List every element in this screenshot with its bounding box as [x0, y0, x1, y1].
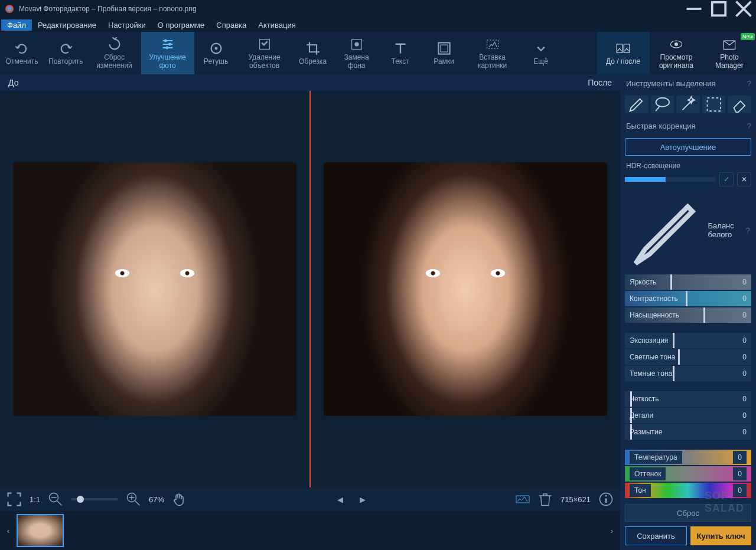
tool-undo[interactable]: Отменить: [0, 32, 44, 74]
slider-Экспозиция[interactable]: Экспозиция0: [625, 333, 751, 348]
tool-retouch[interactable]: Ретушь: [194, 32, 238, 74]
trash-icon[interactable]: [538, 492, 552, 506]
svg-point-33: [656, 98, 669, 107]
filmstrip-next[interactable]: ›: [606, 513, 618, 548]
redo-icon: [58, 41, 73, 55]
retouch-icon: [209, 41, 223, 55]
menu-о программе[interactable]: О программе: [152, 19, 211, 31]
help-icon[interactable]: ?: [747, 122, 751, 130]
tool-more[interactable]: Ещё: [519, 32, 563, 74]
tool-redo[interactable]: Повторить: [44, 32, 88, 74]
fullscreen-icon[interactable]: [7, 492, 21, 506]
view-orig-icon: [669, 37, 683, 51]
hdr-cancel-icon[interactable]: ✕: [737, 172, 751, 186]
tool-bg[interactable]: Замена фона: [335, 32, 379, 74]
new-badge: New: [741, 33, 755, 40]
info-icon[interactable]: [599, 492, 613, 506]
tool-view-orig[interactable]: Просмотр оригинала: [650, 32, 703, 74]
slider-Контрастность[interactable]: Контрастность0: [625, 291, 751, 306]
text-icon: [393, 41, 408, 55]
before-image: [13, 162, 296, 416]
scale-1-1[interactable]: 1:1: [30, 495, 40, 504]
maximize-button[interactable]: [706, 0, 731, 18]
tool-text[interactable]: Текст: [379, 32, 422, 74]
viewport[interactable]: [0, 91, 620, 487]
next-icon[interactable]: ▶: [356, 492, 370, 506]
slider-Светлые тона[interactable]: Светлые тона0: [625, 349, 751, 365]
slider-Детали[interactable]: Детали0: [625, 408, 751, 423]
photo-mgr-icon: [722, 37, 737, 51]
quick-correction-header: Быстрая коррекция?: [620, 117, 756, 135]
svg-point-20: [674, 42, 678, 46]
slider-Насыщенность[interactable]: Насыщенность0: [625, 307, 751, 323]
help-icon[interactable]: ?: [746, 226, 750, 235]
tool-before-after[interactable]: До / после: [597, 32, 650, 74]
svg-rect-3: [712, 2, 726, 16]
selection-tools-header: Инструменты выделения?: [620, 74, 756, 92]
svg-point-13: [354, 42, 359, 47]
minimize-button[interactable]: [682, 0, 706, 18]
menu-настройки[interactable]: Настройки: [102, 19, 152, 31]
help-icon[interactable]: ?: [747, 79, 751, 88]
hdr-label: HDR-освещение: [620, 159, 756, 170]
color-slider-hue[interactable]: Тон0: [625, 483, 751, 498]
menubar: ФайлРедактированиеНастройкиО программеСп…: [0, 18, 756, 32]
hdr-slider[interactable]: [625, 177, 716, 182]
buy-key-button[interactable]: Купить ключ: [690, 526, 751, 545]
right-panel: Инструменты выделения? Быстрая коррекция…: [620, 74, 756, 550]
bg-icon: [350, 37, 364, 51]
eraser-tool-icon[interactable]: [728, 96, 751, 113]
close-button[interactable]: [731, 0, 756, 18]
save-button[interactable]: Сохранить: [625, 526, 687, 545]
menu-файл[interactable]: Файл: [1, 19, 32, 31]
hdr-apply-icon[interactable]: ✓: [719, 172, 734, 186]
zoom-in-icon[interactable]: [126, 492, 141, 506]
titlebar: Movavi Фоторедактор – Пробная версия – n…: [0, 0, 756, 18]
slider-Размытие[interactable]: Размытие0: [625, 424, 751, 440]
brush-tool-icon[interactable]: [625, 96, 649, 113]
fit-icon[interactable]: [516, 492, 530, 506]
hand-icon[interactable]: [172, 492, 187, 506]
filmstrip-prev[interactable]: ‹: [2, 513, 14, 548]
tool-insert[interactable]: Вставка картинки: [466, 32, 519, 74]
slider-Темные тона[interactable]: Темные тона0: [625, 366, 751, 381]
after-label: После: [588, 78, 612, 87]
toolbar: ОтменитьПовторитьСброс измененийУлучшени…: [0, 32, 756, 74]
svg-point-32: [605, 495, 607, 497]
auto-enhance-button[interactable]: Автоулучшение: [625, 138, 751, 156]
tool-photo-mgr[interactable]: Photo ManagerNew: [703, 32, 756, 74]
frames-icon: [437, 41, 451, 55]
reset-icon: [107, 37, 122, 51]
tool-frames[interactable]: Рамки: [422, 32, 466, 74]
svg-rect-16: [487, 40, 498, 48]
lasso-tool-icon[interactable]: [651, 96, 674, 113]
bottom-bar: 1:1 67% ◀ ▶ 715×621: [0, 487, 620, 511]
window-title: Movavi Фоторедактор – Пробная версия – n…: [19, 5, 197, 13]
enhance-icon: [161, 37, 175, 51]
menu-активация[interactable]: Активация: [252, 19, 301, 31]
slider-Яркость[interactable]: Яркость0: [625, 274, 751, 290]
menu-справка[interactable]: Справка: [210, 19, 252, 31]
thumbnail[interactable]: [17, 514, 64, 547]
before-after-icon: [616, 41, 630, 55]
tool-enhance[interactable]: Улучшение фото: [141, 32, 194, 74]
tool-crop[interactable]: Обрезка: [291, 32, 335, 74]
prev-icon[interactable]: ◀: [333, 492, 347, 506]
color-slider-temp[interactable]: Температура0: [625, 450, 751, 465]
zoom-out-icon[interactable]: [48, 492, 63, 506]
svg-point-1: [7, 6, 12, 11]
crop-icon: [306, 41, 320, 55]
more-icon: [534, 41, 548, 55]
image-dimensions: 715×621: [561, 495, 591, 504]
zoom-slider[interactable]: [71, 498, 118, 500]
svg-point-8: [165, 47, 168, 50]
undo-icon: [15, 41, 29, 55]
menu-редактирование[interactable]: Редактирование: [32, 19, 102, 31]
tool-reset[interactable]: Сброс изменений: [88, 32, 141, 74]
reset-button[interactable]: Сброс: [625, 504, 751, 522]
color-slider-tint[interactable]: Оттенок0: [625, 466, 751, 482]
tool-remove[interactable]: Удаление объектов: [238, 32, 291, 74]
slider-Четкость[interactable]: Четкость0: [625, 391, 751, 407]
wand-tool-icon[interactable]: [676, 96, 700, 113]
marquee-tool-icon[interactable]: [702, 96, 726, 113]
